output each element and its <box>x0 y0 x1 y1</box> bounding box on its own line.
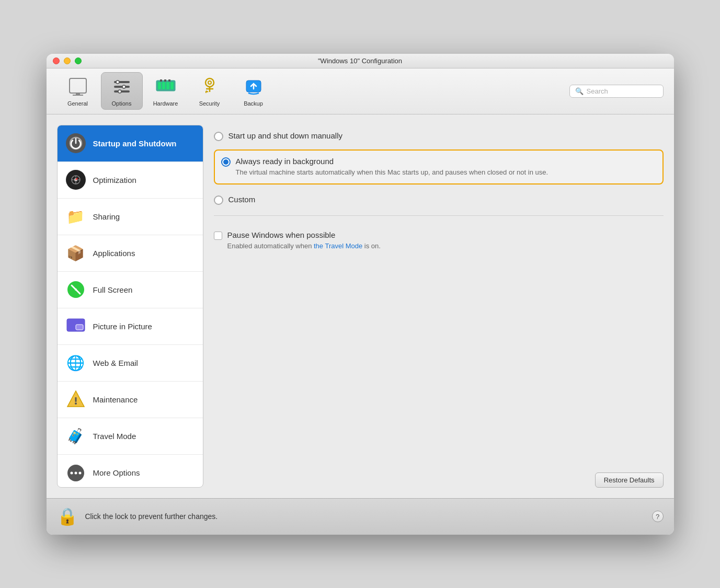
backup-icon <box>242 75 265 98</box>
security-icon <box>198 75 221 98</box>
sidebar-more-label: More Options <box>93 468 140 477</box>
svg-point-43 <box>70 471 73 474</box>
right-panel: Start up and shut down manually Always r… <box>214 125 664 488</box>
general-icon <box>66 75 89 98</box>
svg-rect-15 <box>164 79 166 82</box>
svg-rect-14 <box>160 79 162 82</box>
main-content: Startup and Shutdown <box>47 114 674 498</box>
option-pause-text: Pause Windows when possible Enabled auto… <box>227 230 381 251</box>
sidebar-item-pip[interactable]: Picture in Picture <box>58 308 203 345</box>
search-input[interactable] <box>587 87 658 95</box>
sidebar-pip-label: Picture in Picture <box>93 322 152 331</box>
fullscreen-icon <box>66 280 86 299</box>
option-always-ready: Always ready in background The virtual m… <box>214 149 664 185</box>
svg-point-44 <box>74 471 77 474</box>
sidebar-sharing-label: Sharing <box>93 212 120 221</box>
sidebar-item-fullscreen[interactable]: Full Screen <box>58 272 203 308</box>
more-icon <box>66 463 86 483</box>
sidebar-item-webemail[interactable]: 🌐 Web & Email <box>58 345 203 382</box>
option-manual: Start up and shut down manually <box>214 125 664 147</box>
sidebar-item-maintenance[interactable]: Maintenance <box>58 382 203 418</box>
help-button[interactable]: ? <box>652 511 664 522</box>
svg-point-18 <box>208 81 211 84</box>
svg-rect-11 <box>162 82 165 89</box>
option-always-ready-text: Always ready in background The virtual m… <box>236 157 548 177</box>
toolbar-security[interactable]: Security <box>189 72 231 110</box>
general-label: General <box>67 100 88 107</box>
svg-point-6 <box>116 80 119 84</box>
svg-point-7 <box>122 85 125 88</box>
hardware-icon <box>154 75 177 98</box>
lock-icon[interactable]: 🔒 <box>57 506 78 526</box>
toolbar-general[interactable]: General <box>57 72 99 110</box>
close-button[interactable] <box>53 57 60 64</box>
optimization-icon <box>66 170 86 190</box>
search-icon: 🔍 <box>575 87 584 95</box>
radio-manual[interactable] <box>214 132 223 141</box>
footer-text: Click the lock to prevent further change… <box>85 512 645 521</box>
svg-rect-41 <box>75 397 76 402</box>
options-area: Start up and shut down manually Always r… <box>214 125 664 467</box>
main-window: "Windows 10" Configuration General <box>47 54 674 535</box>
svg-rect-0 <box>70 78 86 93</box>
footer: 🔒 Click the lock to prevent further chan… <box>47 498 674 535</box>
maximize-button[interactable] <box>75 57 82 64</box>
applications-icon: 📦 <box>66 243 86 263</box>
sidebar-item-optimization[interactable]: Optimization <box>58 162 203 199</box>
option-manual-label: Start up and shut down manually <box>228 131 342 140</box>
svg-point-17 <box>205 78 214 87</box>
bottom-bar: Restore Defaults <box>214 467 664 488</box>
help-icon: ? <box>656 513 659 521</box>
svg-rect-5 <box>114 90 130 93</box>
titlebar: "Windows 10" Configuration <box>47 54 674 68</box>
svg-rect-4 <box>114 86 130 88</box>
sidebar-item-startup[interactable]: Startup and Shutdown <box>58 125 203 162</box>
svg-point-40 <box>75 402 77 405</box>
security-label: Security <box>199 100 220 107</box>
option-pause-label: Pause Windows when possible <box>227 230 381 239</box>
minimize-button[interactable] <box>64 57 71 64</box>
hardware-label: Hardware <box>153 100 178 107</box>
sidebar-item-travel[interactable]: 🧳 Travel Mode <box>58 418 203 455</box>
sidebar-webemail-label: Web & Email <box>93 359 138 367</box>
toolbar-backup[interactable]: Backup <box>233 72 275 110</box>
option-always-ready-desc: The virtual machine starts automatically… <box>236 168 548 177</box>
startup-icon <box>66 133 86 153</box>
toolbar-options[interactable]: Options <box>101 72 143 110</box>
restore-defaults-button[interactable]: Restore Defaults <box>595 472 664 488</box>
sidebar-applications-label: Applications <box>93 249 135 258</box>
divider <box>214 215 664 216</box>
sidebar: Startup and Shutdown <box>57 125 203 488</box>
svg-point-45 <box>78 471 81 474</box>
maintenance-icon <box>66 389 86 409</box>
svg-rect-2 <box>73 95 83 96</box>
sidebar-startup-label: Startup and Shutdown <box>93 139 177 148</box>
sidebar-fullscreen-label: Full Screen <box>93 285 133 294</box>
toolbar-hardware[interactable]: Hardware <box>145 72 187 110</box>
radio-always-ready[interactable] <box>221 157 231 167</box>
traffic-lights <box>53 57 82 64</box>
sidebar-item-more[interactable]: More Options <box>58 455 203 488</box>
radio-custom[interactable] <box>214 195 223 205</box>
svg-rect-13 <box>170 82 174 89</box>
window-title: "Windows 10" Configuration <box>318 57 402 65</box>
option-custom-text: Custom <box>228 195 256 204</box>
option-pause-desc: Enabled automatically when the Travel Mo… <box>227 241 381 251</box>
sidebar-item-sharing[interactable]: 📁 Sharing <box>58 199 203 235</box>
svg-point-36 <box>75 289 77 291</box>
travel-mode-link[interactable]: the Travel Mode <box>314 242 362 250</box>
pause-desc-suffix: is on. <box>362 242 381 250</box>
sidebar-item-applications[interactable]: 📦 Applications <box>58 235 203 272</box>
pip-icon <box>66 316 86 336</box>
option-always-ready-label: Always ready in background <box>236 157 548 166</box>
sidebar-travel-label: Travel Mode <box>93 432 136 441</box>
options-icon <box>110 75 133 98</box>
search-box: 🔍 <box>569 85 664 98</box>
option-pause: Pause Windows when possible Enabled auto… <box>214 224 664 257</box>
checkbox-pause[interactable] <box>214 232 222 240</box>
webemail-icon: 🌐 <box>66 353 86 373</box>
sidebar-maintenance-label: Maintenance <box>93 395 138 404</box>
pause-desc-prefix: Enabled automatically when <box>227 242 314 250</box>
sharing-icon: 📁 <box>66 206 86 226</box>
svg-rect-10 <box>158 82 161 89</box>
